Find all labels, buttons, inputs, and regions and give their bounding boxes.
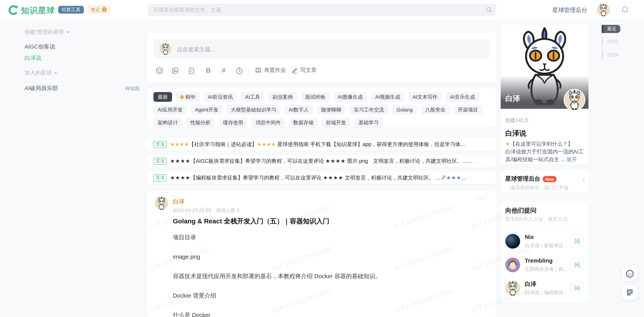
tag-pill-label: AI应用开发 [158, 105, 183, 114]
pinned-post-row[interactable]: 置顶★★★★【编程板块需求征集】希望学习的教程，可以在这里评论 ★★★★ 文明发… [147, 172, 496, 184]
planet-admin-title: 星球管理后台 New [505, 175, 556, 182]
sidebar-item-ai-club[interactable]: AI破局俱乐部 [24, 85, 58, 92]
sidebar-item-aigc[interactable]: AIGC创客说 [24, 43, 55, 50]
post-author-name[interactable]: 白泽 [173, 198, 184, 206]
timeline-year-label: 2024 [603, 50, 618, 60]
timeline-recent[interactable]: 最近 [602, 25, 620, 33]
tag-pill[interactable]: AI文本写作 [408, 92, 442, 102]
tag-pill[interactable]: AI工具 [241, 92, 264, 102]
tag-row: 最新精华AI前沿资讯AI工具副业案例面试经验AI图像生成AI视频生成AI文本写作… [154, 92, 490, 102]
tag-pill-label: 前端开发 [326, 118, 346, 128]
tag-pill[interactable]: 架构设计 [154, 118, 182, 128]
tag-pill[interactable]: AI图像生成 [334, 92, 367, 102]
assign-homework-button[interactable]: 布置作业 [255, 67, 286, 74]
tag-pill[interactable]: 基础学习 [354, 118, 383, 128]
tag-pill[interactable]: 随便聊聊 [317, 105, 346, 114]
book-icon [255, 67, 262, 74]
post-author-avatar[interactable] [155, 196, 168, 210]
logo-text: 知识星球 [21, 5, 55, 16]
sidebar-item-baizeshuo[interactable]: 白泽说 [24, 54, 41, 62]
pinned-post-row[interactable]: 置顶★★★★【社区学习指南｜进站必读】★★★★ 星球使用指南 手机下载【知识星球… [147, 138, 496, 151]
pinned-text-segment: 图片.png 文明发言，积极讨论，共建文明社区。…… [346, 158, 473, 164]
member-subtitle: 互联网从业者｜机... [525, 266, 568, 273]
tag-pill[interactable]: AI数字人 [284, 105, 313, 114]
tag-pill[interactable]: AI视频生成 [371, 92, 404, 102]
star-icon: ★ [505, 141, 510, 147]
member-row[interactable]: 白泽白泽说｜编程板块...问 [505, 280, 584, 298]
tag-pill[interactable]: 前端开发 [322, 118, 350, 128]
pinned-text-segment: … [462, 175, 467, 181]
bold-icon[interactable]: B [204, 67, 213, 76]
pinned-post-row[interactable]: 置顶★★★★【AIGC板块需求征集】希望学习的教程，可以在这里评论 ★★★★ 图… [147, 155, 496, 168]
zhishixingqiu-app: 知识星球 社群工具 笔记 › 星球管理后台 创建/管理的星球 AIGC创客说 白… [0, 0, 644, 317]
tag-pill[interactable]: 数据存储 [289, 118, 318, 128]
timeline-year[interactable]: 2025 [602, 37, 618, 46]
timeline-year[interactable]: 2024 [602, 50, 618, 60]
customer-service-button[interactable] [622, 266, 638, 281]
tag-pill[interactable]: 副业案例 [268, 92, 297, 102]
timeline-year-bar [602, 50, 603, 60]
planet-avatar[interactable] [564, 89, 585, 111]
renewal-badge: 待续期 [125, 86, 140, 92]
tag-row: 架构设计性能分析缓存使用消息中间件数据存储前端开发基础学习 [154, 118, 490, 128]
planet-banner-name: 白泽 [505, 94, 520, 104]
pencil-icon [291, 67, 298, 74]
pinned-badge: 置顶 [154, 141, 167, 148]
tag-pill[interactable]: 消息中间件 [251, 118, 285, 128]
member-name: Trembling [525, 257, 552, 264]
sidebar-group-joined[interactable]: 加入的星球 [24, 70, 57, 76]
planet-admin-card[interactable]: 星球管理后台 New › 「成员身份验证」接口已开放 [501, 170, 588, 193]
pinned-text-segment: 【AIGC板块需求征集】希望学习的教程，可以在这里评论 [190, 158, 326, 164]
pinned-text: ★★★★【AIGC板块需求征集】希望学习的教程，可以在这里评论 ★★★★ 图片.… [170, 158, 490, 165]
chevron-down-icon [54, 72, 57, 74]
tag-pill[interactable]: 八股突击 [421, 105, 450, 114]
tag-pill[interactable]: 实习工作交流 [350, 105, 388, 114]
tag-pill[interactable]: 面试经验 [301, 92, 330, 102]
tag-pill[interactable]: 精华 [176, 92, 200, 102]
tag-pill[interactable]: AI应用开发 [154, 105, 187, 114]
composer-input[interactable]: 点击发表主题... [154, 39, 490, 59]
tag-pill-label: Agent开发 [195, 105, 218, 114]
sidebar-group-created[interactable]: 创建/管理的星球 [24, 29, 70, 36]
feedback-note-button[interactable] [622, 285, 638, 300]
note-badge[interactable]: 笔记 › [88, 6, 110, 14]
ask-button[interactable]: 问 [570, 234, 584, 248]
ask-button[interactable]: 问 [570, 281, 584, 294]
tag-pill[interactable]: 开源项目 [454, 105, 482, 114]
tag-pill[interactable]: 最新 [154, 92, 172, 102]
write-article-button[interactable]: 写文章 [291, 67, 316, 74]
emoji-icon[interactable] [155, 66, 164, 75]
tag-pill[interactable]: 性能分析 [186, 118, 215, 128]
tag-pill-label: Golang [396, 105, 413, 114]
search-icon[interactable] [486, 6, 492, 13]
planet-admin-link[interactable]: 星球管理后台 [552, 6, 587, 14]
member-row[interactable]: Nix白泽说｜新媒体运...问 [505, 233, 584, 251]
tag-pill[interactable]: AI前沿资讯 [204, 92, 237, 102]
pinned-text-segment: ★★★★ [170, 142, 189, 147]
hashtag-icon[interactable]: # [219, 67, 228, 76]
tag-pill-label: 性能分析 [190, 118, 210, 128]
member-row[interactable]: Trembling互联网从业者｜机...问 [505, 256, 584, 275]
gem-icon [180, 94, 184, 99]
timer-icon[interactable] [234, 66, 244, 75]
tag-pill[interactable]: Golang [392, 105, 417, 114]
tag-pill[interactable]: AI音乐生成 [446, 92, 479, 102]
new-badge: New [542, 176, 556, 182]
post-paragraph: Docker 背景介绍 [173, 292, 480, 299]
image-icon[interactable] [170, 66, 180, 75]
file-icon[interactable] [187, 66, 196, 75]
expand-link[interactable]: 展开 [566, 156, 577, 162]
post-time: 2025-04-27 21:55 [173, 208, 211, 213]
post-title[interactable]: Golang & React 全栈开发入门（五）｜容器知识入门 [173, 217, 330, 226]
tag-pill[interactable]: 大模型基础知识学习 [227, 105, 281, 114]
tag-pill[interactable]: 缓存使用 [219, 118, 248, 128]
notification-bell-icon[interactable] [621, 6, 629, 14]
tag-pill[interactable]: Agent开发 [191, 105, 223, 114]
chevron-right-icon: › [583, 176, 584, 182]
divider [505, 224, 584, 224]
post-more-button[interactable]: ··· [477, 194, 486, 202]
ask-button[interactable]: 问 [570, 258, 584, 271]
user-avatar[interactable] [597, 4, 610, 16]
tag-pill-label: AI音乐生成 [450, 92, 475, 102]
search-input[interactable] [148, 4, 496, 16]
